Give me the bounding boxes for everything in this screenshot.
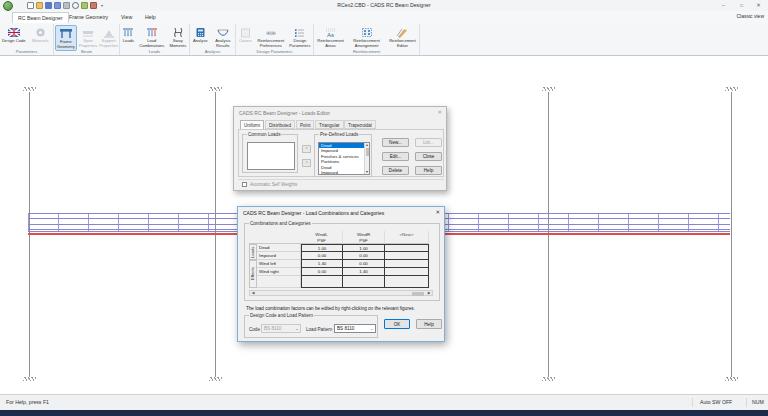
group-label-analysis: Analysis xyxy=(190,49,235,54)
scroll-up-icon[interactable]: ▲ xyxy=(365,143,369,147)
ribbon-group-design-parameters: Covers Reinforcement Preferences Design … xyxy=(236,24,314,55)
span-properties-button[interactable]: Span Properties xyxy=(79,25,98,49)
combinations-title: CADS RC Beam Designer - Load Combination… xyxy=(243,210,384,216)
combinations-title-bar[interactable]: CADS RC Beam Designer - Load Combination… xyxy=(238,207,444,218)
ribbon: Design Code Materials Parameters Frame G… xyxy=(0,24,768,56)
reinforcement-editor-button[interactable]: Reinforcement Editor xyxy=(387,25,418,49)
row-label: Wind right xyxy=(257,268,301,276)
design-code-button[interactable]: Design Code xyxy=(1,25,26,44)
load-combinations-button[interactable]: Load Combinations xyxy=(138,25,166,49)
scrollbar-thumb[interactable] xyxy=(366,148,370,156)
reinforcement-arrangement-button[interactable]: Reinforcement Arrangement xyxy=(348,25,385,49)
factor-cell[interactable]: 1.00 xyxy=(301,244,343,252)
status-num-lock: NUM xyxy=(752,399,764,405)
move-right-button[interactable]: > xyxy=(302,159,311,167)
tab-trapezoidal[interactable]: Trapezoidal xyxy=(344,120,376,129)
close-icon[interactable]: ✕ xyxy=(750,0,767,11)
help-button[interactable]: Help xyxy=(415,166,442,175)
factor-cell-empty[interactable] xyxy=(343,276,385,288)
loads-button[interactable]: Loads xyxy=(121,25,136,44)
minimize-icon[interactable]: – xyxy=(715,0,732,11)
support-hatch-icon xyxy=(725,377,738,381)
load-combinations-dialog: CADS RC Beam Designer - Load Combination… xyxy=(237,206,445,342)
window-title: RCex2.CBD - CADS RC Beam Designer xyxy=(0,2,768,8)
column-header[interactable]: WindRPSF xyxy=(343,231,385,244)
support-hatch-icon xyxy=(23,377,36,381)
analysis-results-button[interactable]: Analysis Results xyxy=(212,25,234,49)
help-button[interactable]: Help xyxy=(416,319,442,329)
horizontal-scrollbar[interactable]: ◀ ▶ xyxy=(249,290,433,296)
close-button[interactable]: Close xyxy=(415,152,442,161)
factor-cell[interactable]: 1.40 xyxy=(301,260,343,268)
factor-cell-empty[interactable] xyxy=(385,244,429,252)
support-properties-button[interactable]: Support Properties xyxy=(99,25,118,49)
analyse-button[interactable]: Analyse xyxy=(191,25,210,44)
row-label: Dead xyxy=(257,244,301,252)
window-bottom-edge xyxy=(0,410,768,416)
maximize-icon[interactable]: □ xyxy=(733,0,750,11)
scroll-right-icon[interactable]: ▶ xyxy=(426,291,432,295)
list-item[interactable]: Imposed xyxy=(319,170,369,175)
tab-distributed[interactable]: Distributed xyxy=(265,120,295,129)
factor-cell[interactable]: 1.00 xyxy=(343,244,385,252)
design-code-group: Design Code and Load Pattern Code BS 811… xyxy=(244,315,378,338)
list-button[interactable]: List... xyxy=(415,138,442,147)
column-header[interactable]: WindLPSF xyxy=(301,231,343,244)
factor-cell[interactable]: 0.00 xyxy=(301,268,343,276)
delete-button[interactable]: Delete xyxy=(382,166,409,175)
materials-button[interactable]: Materials xyxy=(28,25,52,44)
factor-cell-empty[interactable] xyxy=(385,276,429,288)
factor-cell[interactable]: 0.00 xyxy=(301,252,343,260)
scroll-down-icon[interactable]: ▼ xyxy=(365,170,369,174)
tab-view[interactable]: View xyxy=(116,12,137,23)
loads-editor-title-bar[interactable]: CADS RC Beam Designer - Loads Editor ✕ xyxy=(234,107,446,118)
move-left-button[interactable]: < xyxy=(302,145,311,153)
ribbon-group-analysis: Analyse Analysis Results Analysis xyxy=(190,24,236,55)
frame-geometry-button[interactable]: Frame Geometry xyxy=(55,25,77,51)
scroll-left-icon[interactable]: ◀ xyxy=(250,291,256,295)
tab-point[interactable]: Point xyxy=(296,120,314,129)
ok-button[interactable]: OK xyxy=(384,319,410,329)
design-parameters-button[interactable]: Design Parameters xyxy=(288,25,312,49)
factor-cell-empty[interactable] xyxy=(385,268,429,276)
load-pattern-label: Load Pattern xyxy=(306,327,332,332)
tab-help[interactable]: Help xyxy=(140,12,161,23)
title-bar: ▾ RCex2.CBD - CADS RC Beam Designer – □ … xyxy=(0,0,768,11)
row-label-empty xyxy=(257,276,301,288)
code-combobox[interactable]: BS 8110 ⌄ xyxy=(261,324,301,333)
edit-button[interactable]: Edit... xyxy=(382,152,409,161)
combinations-table[interactable]: WindLPSF WindRPSF <New> Loads Effects De… xyxy=(249,231,429,288)
support-hatch-icon xyxy=(209,377,222,381)
reinforcement-preferences-button[interactable]: Reinforcement Preferences xyxy=(256,25,286,49)
factor-cell[interactable]: 0.00 xyxy=(343,260,385,268)
factor-cell[interactable]: 0.00 xyxy=(343,252,385,260)
reinforcement-areas-button[interactable]: As Reinforcement Areas xyxy=(315,25,346,49)
divider xyxy=(238,179,444,180)
classic-view-label[interactable]: Classic view xyxy=(736,13,764,19)
table-corner xyxy=(249,231,301,244)
scrollbar-thumb[interactable] xyxy=(412,292,424,296)
factor-cell[interactable]: 1.40 xyxy=(343,268,385,276)
factor-cell-empty[interactable] xyxy=(385,252,429,260)
tab-triangular[interactable]: Triangular xyxy=(315,120,344,129)
category-loads-label: Loads xyxy=(249,244,257,260)
covers-button[interactable]: Covers xyxy=(237,25,254,44)
close-icon[interactable]: ✕ xyxy=(437,109,442,115)
predefined-loads-listbox[interactable]: Dead Imposed Finishes & services Partiti… xyxy=(318,142,370,175)
factor-cell-empty[interactable] xyxy=(385,260,429,268)
tab-frame-geometry[interactable]: Frame Geometry xyxy=(64,12,113,23)
column-header-new[interactable]: <New> xyxy=(385,231,429,244)
common-loads-listbox[interactable] xyxy=(247,142,295,170)
automatic-self-weights-label: Automatic Self Weights xyxy=(250,182,297,187)
automatic-self-weights-checkbox[interactable] xyxy=(242,182,247,187)
vertical-scrollbar[interactable]: ▲ ▼ xyxy=(364,143,369,174)
column-line[interactable] xyxy=(731,92,732,377)
new-button[interactable]: New... xyxy=(382,138,409,147)
sway-moments-button[interactable]: Sway Moments xyxy=(168,25,188,49)
load-pattern-combobox[interactable]: BS 8110 ⌄ xyxy=(334,324,376,333)
tab-rc-beam-designer[interactable]: RC Beam Designer xyxy=(12,12,69,23)
row-label: Imposed xyxy=(257,252,301,260)
close-icon[interactable]: ✕ xyxy=(435,209,440,215)
factor-cell-empty[interactable] xyxy=(301,276,343,288)
chevron-down-icon: ⌄ xyxy=(295,325,298,333)
